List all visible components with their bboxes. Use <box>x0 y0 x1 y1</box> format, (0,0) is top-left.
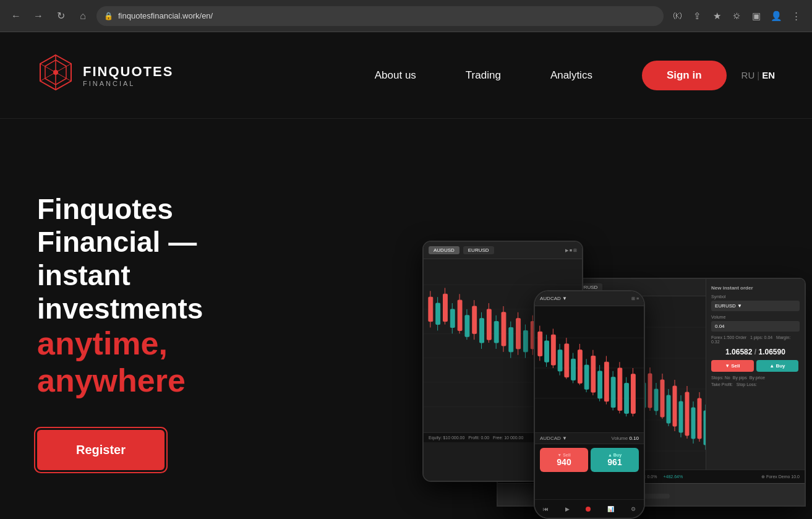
browser-actions: 🄚 ⇪ ★ ⛭ ▣ 👤 ⋮ <box>669 7 805 25</box>
lang-sep: | <box>757 70 759 80</box>
volume-input: 0.04 <box>711 321 800 332</box>
price-display: 1.06582 / 1.06590 <box>711 348 800 356</box>
logo-icon <box>37 54 74 97</box>
svg-rect-149 <box>631 374 635 414</box>
forward-button[interactable]: → <box>30 7 47 25</box>
translate-button[interactable]: 🄚 <box>669 7 686 25</box>
svg-rect-28 <box>487 309 491 340</box>
svg-rect-16 <box>443 294 448 321</box>
extension-button[interactable]: ⛭ <box>728 7 745 25</box>
phone-buy-badge: 961 <box>607 457 622 467</box>
hero-section: Finquotes Financial — instant investment… <box>0 119 812 519</box>
logo-link[interactable]: FINQUOTES FINANCIAL <box>37 54 173 97</box>
lang-switcher: RU | EN <box>741 70 775 80</box>
browser-chrome: ← → ↻ ⌂ 🔒 finquotesfinancial.work/en/ 🄚 … <box>0 0 812 32</box>
address-bar[interactable]: 🔒 finquotesfinancial.work/en/ <box>96 6 664 26</box>
share-button[interactable]: ⇪ <box>688 7 706 25</box>
hero-devices: AUDUSD EURUSD ▶ ■ ⊞ <box>330 160 812 519</box>
logo-text: FINQUOTES FINANCIAL <box>83 64 173 87</box>
svg-rect-22 <box>465 315 469 337</box>
logo-name: FINQUOTES <box>83 64 173 80</box>
svg-rect-121 <box>538 332 542 356</box>
lang-en[interactable]: EN <box>762 70 775 80</box>
signin-button[interactable]: Sign in <box>642 61 727 90</box>
svg-rect-133 <box>578 350 582 384</box>
nav-trading[interactable]: Trading <box>466 69 501 81</box>
home-button[interactable]: ⌂ <box>74 7 92 25</box>
hero-heading: Finquotes Financial — instant investment… <box>37 193 203 399</box>
svg-rect-125 <box>551 335 555 365</box>
hero-title-line3: instant <box>37 259 130 291</box>
svg-rect-34 <box>509 327 513 351</box>
status-dot <box>586 507 591 512</box>
split-button[interactable]: ▣ <box>748 7 765 25</box>
phone-sell-badge: 940 <box>557 457 571 467</box>
lang-ru[interactable]: RU <box>741 70 755 80</box>
logo-sub: FINANCIAL <box>83 80 173 87</box>
svg-rect-38 <box>523 330 528 351</box>
star-button[interactable]: ★ <box>708 7 725 25</box>
hero-accent-line1: anytime, <box>37 325 168 361</box>
sell-button[interactable]: ▼ Sell <box>711 360 754 372</box>
hero-title-line2: Financial — <box>37 226 197 258</box>
hero-title-line1: Finquotes <box>37 193 173 225</box>
profile-button[interactable]: 👤 <box>767 7 785 25</box>
svg-point-5 <box>53 70 58 75</box>
back-button[interactable]: ← <box>7 7 25 25</box>
order-panel: New instant order Symbol EURUSD ▼ Volume… <box>706 279 805 483</box>
lock-icon: 🔒 <box>104 12 113 20</box>
svg-rect-24 <box>472 306 477 333</box>
hero-accent-line2: anywhere <box>37 362 186 398</box>
svg-rect-145 <box>618 368 622 410</box>
register-button[interactable]: Register <box>37 430 165 470</box>
refresh-button[interactable]: ↻ <box>52 7 69 25</box>
nav-about[interactable]: About us <box>375 69 416 81</box>
symbol-input: EURUSD ▼ <box>711 301 800 311</box>
svg-rect-141 <box>604 362 609 401</box>
hero-content: Finquotes Financial — instant investment… <box>37 156 203 470</box>
phone-screen: AUDCAD ▼ ⊞ ≡ <box>535 291 644 518</box>
main-nav: About us Trading Analytics <box>375 69 642 82</box>
phone-device: AUDCAD ▼ ⊞ ≡ <box>534 290 645 519</box>
phone-status-bar: ⏮ ▶ 📊 ⚙ <box>535 499 644 518</box>
site-header: FINQUOTES FINANCIAL About us Trading Ana… <box>0 32 812 119</box>
svg-rect-137 <box>591 356 596 392</box>
svg-rect-12 <box>429 297 433 321</box>
nav-analytics[interactable]: Analytics <box>550 69 592 81</box>
hero-title-line4: investments <box>37 293 203 325</box>
url-text: finquotesfinancial.work/en/ <box>118 11 213 20</box>
svg-rect-129 <box>565 344 569 377</box>
buy-button[interactable]: ▲ Buy <box>756 360 799 372</box>
menu-button[interactable]: ⋮ <box>787 7 805 25</box>
